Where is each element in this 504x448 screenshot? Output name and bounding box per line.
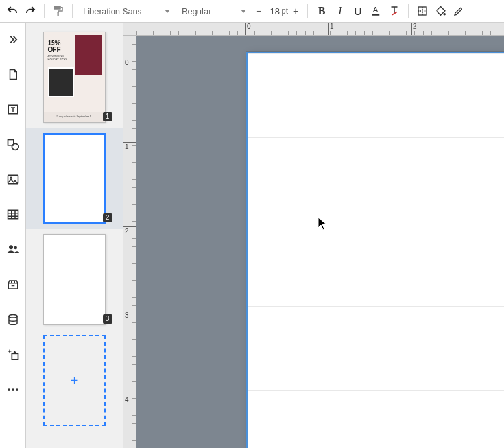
- smart-insert-button[interactable]: [4, 346, 22, 364]
- borders-button[interactable]: [414, 3, 431, 19]
- slide-number: 2: [103, 213, 112, 222]
- add-slide-button[interactable]: +: [43, 335, 106, 426]
- database-icon: [7, 313, 19, 326]
- shapes-icon: [6, 138, 19, 151]
- ruler-corner: [123, 23, 136, 36]
- slide-thumbnail-2[interactable]: 2: [36, 133, 114, 224]
- slide-thumbnail-3[interactable]: 3: [36, 234, 114, 325]
- more-icon: [7, 388, 19, 392]
- font-family-dropdown[interactable]: Liberation Sans: [78, 3, 175, 19]
- ruler-label: 3: [125, 312, 129, 319]
- page-grid: [248, 53, 504, 448]
- font-size-unit: pt: [282, 6, 288, 16]
- plus-icon: +: [293, 6, 298, 16]
- font-style-dropdown[interactable]: Regular: [176, 3, 251, 19]
- ruler-tick: [328, 23, 329, 36]
- ruler-vertical[interactable]: 01234: [123, 36, 136, 448]
- separator: [408, 4, 409, 18]
- shapes-button[interactable]: [4, 136, 22, 154]
- svg-rect-0: [54, 6, 61, 10]
- slide-number: 3: [103, 314, 112, 324]
- chevron-down-icon: [165, 10, 170, 13]
- edit-button[interactable]: [450, 3, 467, 19]
- font-color-icon: A: [370, 5, 382, 17]
- separator: [72, 4, 73, 18]
- format-paintbrush-button[interactable]: [50, 3, 67, 19]
- slide-panel: 15% OFF AT WOMENS HOLIDAY PICKS 5 day sa…: [26, 23, 123, 448]
- paint-roller-icon: [53, 5, 64, 17]
- slide-thumbnail-1[interactable]: 15% OFF AT WOMENS HOLIDAY PICKS 5 day sa…: [36, 32, 114, 123]
- svg-point-10: [10, 177, 12, 179]
- ruler-tick: [123, 395, 136, 395]
- svg-rect-15: [12, 353, 18, 359]
- font-size-decrease-button[interactable]: −: [252, 3, 265, 19]
- redo-icon: [25, 5, 36, 17]
- svg-point-13: [14, 246, 17, 250]
- ruler-tick: [123, 311, 136, 311]
- svg-rect-11: [8, 210, 18, 219]
- svg-point-14: [9, 315, 17, 318]
- top-toolbar: Liberation Sans Regular − 18 pt + B I U …: [0, 0, 504, 23]
- fill-color-button[interactable]: [432, 3, 449, 19]
- image-icon: [6, 174, 19, 185]
- svg-point-18: [16, 388, 18, 391]
- chevron-down-icon: [241, 10, 246, 13]
- svg-rect-1: [58, 12, 59, 16]
- ruler-horizontal[interactable]: 012: [136, 23, 504, 36]
- minus-icon: −: [256, 6, 261, 16]
- ruler-label: 4: [125, 396, 129, 403]
- thumb1-headline2: OFF: [48, 46, 61, 53]
- ruler-tick: [123, 142, 136, 143]
- archive-button[interactable]: [4, 276, 22, 294]
- chevrons-right-icon: [7, 34, 19, 45]
- slide-number: 1: [103, 112, 112, 121]
- text-icon: [7, 104, 19, 115]
- font-family-value: Liberation Sans: [83, 6, 141, 16]
- thumb1-product-image-1: [75, 35, 102, 75]
- italic-icon: I: [338, 5, 341, 17]
- ruler-label: 0: [247, 23, 251, 30]
- people-icon: [6, 244, 20, 255]
- underline-button[interactable]: U: [350, 3, 366, 19]
- canvas-area: 012 01234: [123, 23, 504, 448]
- more-tools-button[interactable]: [4, 381, 22, 399]
- font-style-value: Regular: [182, 6, 211, 16]
- underline-icon: U: [355, 6, 362, 17]
- pages-button[interactable]: [4, 65, 22, 84]
- font-color-button[interactable]: A: [368, 3, 385, 19]
- page-canvas[interactable]: [246, 52, 504, 448]
- undo-icon: [6, 5, 18, 17]
- borders-icon: [417, 6, 427, 16]
- bold-icon: B: [318, 5, 326, 17]
- text-tool-button[interactable]: [4, 100, 22, 119]
- ruler-tick: [123, 58, 136, 58]
- table-icon: [6, 209, 19, 220]
- bold-button[interactable]: B: [313, 3, 330, 19]
- clear-format-icon: [389, 5, 400, 17]
- archive-icon: [6, 279, 19, 290]
- font-size-input[interactable]: 18: [267, 6, 280, 16]
- table-button[interactable]: [4, 206, 22, 224]
- font-size-group: − 18 pt +: [252, 3, 302, 19]
- thumb1-footer: 5 day sale starts September 1.: [44, 112, 105, 122]
- ruler-tick: [245, 23, 246, 36]
- undo-button[interactable]: [4, 3, 21, 19]
- collapse-panel-button[interactable]: [4, 30, 22, 49]
- plus-icon: +: [71, 373, 78, 388]
- database-button[interactable]: [4, 311, 22, 329]
- redo-button[interactable]: [22, 3, 39, 19]
- image-button[interactable]: [4, 171, 22, 189]
- pencil-icon: [453, 6, 464, 16]
- italic-button[interactable]: I: [331, 3, 348, 19]
- ruler-label: 0: [125, 59, 129, 66]
- svg-text:A: A: [373, 6, 378, 14]
- ruler-label: 2: [413, 23, 417, 30]
- svg-point-5: [443, 12, 446, 15]
- clear-formatting-button[interactable]: [386, 3, 403, 19]
- ruler-label: 1: [330, 23, 334, 30]
- font-size-increase-button[interactable]: +: [289, 3, 302, 19]
- ruler-label: 1: [125, 143, 129, 150]
- people-button[interactable]: [4, 241, 22, 259]
- bucket-icon: [435, 6, 446, 17]
- ruler-tick: [411, 23, 412, 36]
